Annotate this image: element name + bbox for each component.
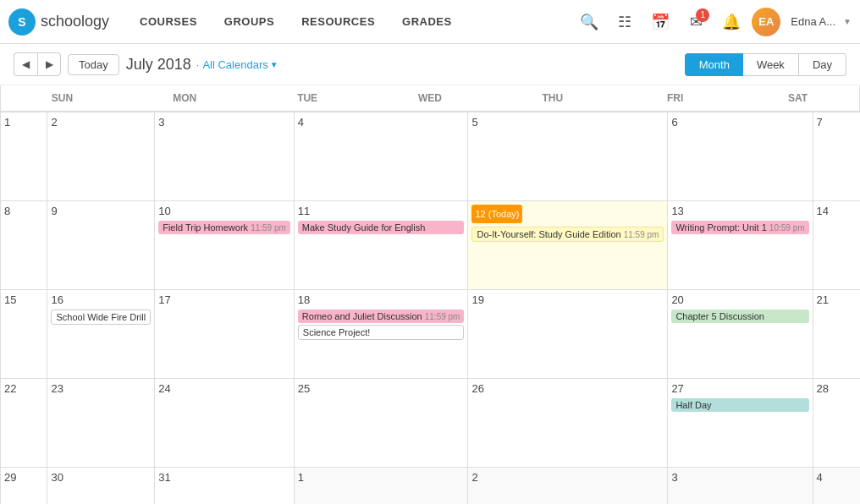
calendar-event[interactable]: Chapter 5 Discussion <box>671 310 808 323</box>
calendar-icon[interactable]: 📅 <box>645 7 675 37</box>
calendar-toolbar: ◀ ▶ Today July 2018 · All Calendars ▼ Mo… <box>0 44 860 85</box>
calendar-grid: 12345678910Field Trip Homework 11:59 pm1… <box>0 112 860 504</box>
calendar-cell: 3 <box>668 468 813 504</box>
calendar-event[interactable]: Make Study Guide for English <box>298 221 465 234</box>
date-number: 8 <box>4 205 43 217</box>
messages-icon[interactable]: ✉ 1 <box>681 7 711 37</box>
calendar-day-headers: Sun Mon Tue Wed Thu Fri Sat <box>0 85 860 112</box>
date-number: 9 <box>51 205 151 217</box>
calendar-cell: 25 <box>295 379 469 468</box>
date-number: 23 <box>51 382 151 395</box>
date-number: 22 <box>4 382 43 395</box>
calendar-cell: 17 <box>155 290 295 379</box>
calendar-cell: 12 (Today)Do-It-Yourself: Study Guide Ed… <box>468 201 668 290</box>
date-number: 31 <box>158 471 290 484</box>
prev-button[interactable]: ◀ <box>14 52 37 76</box>
date-number: 28 <box>817 382 857 395</box>
calendar-cell: 20Chapter 5 Discussion <box>668 290 813 379</box>
date-number: 25 <box>298 382 465 395</box>
calendar-cell: 27Half Day <box>668 379 813 468</box>
date-number: 19 <box>471 293 664 306</box>
calendar-cell: 31 <box>155 468 295 504</box>
user-name: Edna A... <box>791 15 835 28</box>
date-number: 1 <box>298 471 465 484</box>
calendar-cell: 14 <box>813 201 860 290</box>
date-number: 12 (Today) <box>471 205 522 223</box>
calendar-event[interactable]: Do-It-Yourself: Study Guide Edition 11:5… <box>471 227 664 242</box>
date-number: 26 <box>471 382 664 395</box>
date-number: 4 <box>298 116 465 129</box>
date-number: 7 <box>817 116 857 129</box>
calendar-cell: 1 <box>295 468 469 504</box>
calendar-cell: 8 <box>1 201 47 290</box>
calendar-event[interactable]: Science Project! <box>298 325 465 340</box>
apps-icon[interactable]: ☷ <box>609 7 640 37</box>
date-number: 6 <box>671 116 808 129</box>
calendar-cell: 22 <box>1 379 47 468</box>
calendar-cell: 23 <box>47 379 155 468</box>
date-number: 13 <box>671 205 808 217</box>
nav-courses[interactable]: COURSES <box>126 0 211 44</box>
week-view-button[interactable]: Week <box>743 53 799 76</box>
month-view-button[interactable]: Month <box>685 53 743 76</box>
date-number: 2 <box>51 116 151 129</box>
user-menu-chevron[interactable]: ▼ <box>843 17 852 26</box>
date-number: 20 <box>671 293 808 306</box>
date-number: 1 <box>4 116 43 129</box>
nav-right: 🔍 ☷ 📅 ✉ 1 🔔 EA Edna A... ▼ <box>574 7 852 37</box>
calendar-cell: 19 <box>468 290 668 379</box>
logo[interactable]: S schoology <box>8 8 109 36</box>
day-view-button[interactable]: Day <box>799 53 846 76</box>
calendar-cell: 26 <box>468 379 668 468</box>
calendar-cell: 4 <box>813 468 860 504</box>
date-number: 3 <box>671 471 808 484</box>
date-number: 2 <box>471 471 664 484</box>
date-number: 29 <box>4 471 43 484</box>
search-icon[interactable]: 🔍 <box>574 7 604 37</box>
date-number: 18 <box>298 293 465 306</box>
header-mon: Mon <box>124 85 246 112</box>
date-number: 5 <box>471 116 664 129</box>
calendar-cell: 2 <box>47 112 155 201</box>
calendar-event[interactable]: Writing Prompt: Unit 1 10:59 pm <box>671 221 808 234</box>
date-number: 3 <box>158 116 290 129</box>
nav-groups[interactable]: GROUPS <box>211 0 288 44</box>
header-wed: Wed <box>369 85 492 112</box>
next-button[interactable]: ▶ <box>37 52 61 76</box>
calendar-event[interactable]: Half Day <box>671 398 808 412</box>
header-thu: Thu <box>491 85 614 112</box>
avatar[interactable]: EA <box>752 8 780 36</box>
today-button[interactable]: Today <box>68 54 119 75</box>
calendar-event[interactable]: School Wide Fire Drill <box>51 310 151 325</box>
header-fri: Fri <box>614 85 736 112</box>
calendar-wrapper: Sun Mon Tue Wed Thu Fri Sat 12345678910F… <box>0 85 860 504</box>
date-number: 27 <box>671 382 808 395</box>
nav-grades[interactable]: GRADES <box>389 0 466 44</box>
calendar-cell: 29 <box>1 468 47 504</box>
calendar-cell: 13Writing Prompt: Unit 1 10:59 pm <box>668 201 813 290</box>
calendar-filter[interactable]: All Calendars <box>202 58 267 71</box>
notification-badge: 1 <box>696 8 709 22</box>
calendar-event[interactable]: Romeo and Juliet Discussion 11:59 pm <box>298 310 465 323</box>
separator: · <box>196 58 200 71</box>
calendar-cell: 7 <box>813 112 860 201</box>
calendar-cell: 1 <box>1 112 47 201</box>
calendar-cell: 18Romeo and Juliet Discussion 11:59 pmSc… <box>295 290 469 379</box>
notifications-icon[interactable]: 🔔 <box>716 7 747 37</box>
calendar-cell: 15 <box>1 290 47 379</box>
nav-resources[interactable]: RESOURCES <box>288 0 389 44</box>
header-sat: Sat <box>736 85 859 112</box>
filter-chevron[interactable]: ▼ <box>270 60 278 69</box>
date-number: 15 <box>4 293 43 306</box>
date-number: 16 <box>51 293 151 306</box>
calendar-cell: 10Field Trip Homework 11:59 pm <box>155 201 295 290</box>
view-buttons: Month Week Day <box>685 53 846 76</box>
date-number: 21 <box>817 293 857 306</box>
date-number: 4 <box>817 471 857 484</box>
calendar-cell: 3 <box>155 112 295 201</box>
calendar-cell: 11Make Study Guide for English <box>295 201 469 290</box>
calendar-month-title: July 2018 <box>126 56 191 74</box>
calendar-event[interactable]: Field Trip Homework 11:59 pm <box>158 221 290 234</box>
calendar-cell: 6 <box>668 112 813 201</box>
nav-links: COURSES GROUPS RESOURCES GRADES <box>126 0 466 44</box>
